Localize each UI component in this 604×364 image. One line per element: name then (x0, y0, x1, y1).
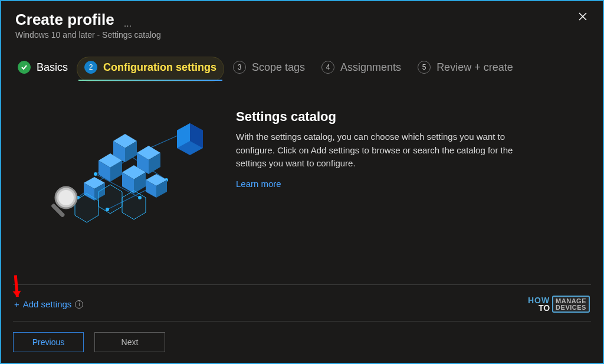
checkmark-icon (18, 61, 31, 74)
step-number-icon: 3 (233, 61, 246, 74)
svg-point-8 (58, 190, 74, 205)
step-label: Review + create (436, 61, 513, 74)
more-actions-button[interactable]: … (124, 19, 133, 28)
info-icon[interactable]: i (75, 300, 83, 309)
add-settings-button[interactable]: + Add settings i (14, 299, 83, 309)
step-configuration-settings[interactable]: 2 Configuration settings (84, 61, 216, 80)
catalog-illustration (42, 109, 219, 229)
step-assignments[interactable]: 4 Assignments (321, 61, 401, 80)
empty-state: Settings catalog With the settings catal… (1, 80, 603, 284)
step-scope-tags[interactable]: 3 Scope tags (233, 61, 305, 80)
content-description: With the settings catalog, you can choos… (236, 130, 543, 170)
next-button[interactable]: Next (94, 332, 165, 352)
step-label: Basics (37, 61, 68, 74)
step-label: Configuration settings (103, 61, 216, 74)
step-number-icon: 2 (84, 61, 97, 74)
add-settings-label: Add settings (23, 299, 72, 309)
content-heading: Settings catalog (236, 109, 543, 124)
previous-button[interactable]: Previous (13, 332, 84, 352)
page-title: Create profile (15, 11, 114, 29)
close-button[interactable] (573, 7, 592, 26)
step-number-icon: 5 (418, 61, 431, 74)
step-label: Assignments (340, 61, 401, 74)
wizard-steps: Basics 2 Configuration settings 3 Scope … (1, 44, 603, 80)
page-subtitle: Windows 10 and later - Settings catalog (15, 30, 573, 40)
close-icon (578, 12, 587, 21)
step-label: Scope tags (252, 61, 305, 74)
wizard-footer: Previous Next (1, 322, 603, 363)
step-review-create[interactable]: 5 Review + create (418, 61, 513, 80)
svg-point-3 (94, 172, 97, 176)
step-number-icon: 4 (321, 61, 334, 74)
step-basics[interactable]: Basics (18, 61, 68, 80)
magnifier-icon (51, 187, 77, 218)
panel-header: Create profile … Windows 10 and later - … (1, 1, 603, 44)
watermark-logo: HOW TO MANAGE DEVICES (528, 296, 590, 313)
learn-more-link[interactable]: Learn more (236, 179, 281, 189)
